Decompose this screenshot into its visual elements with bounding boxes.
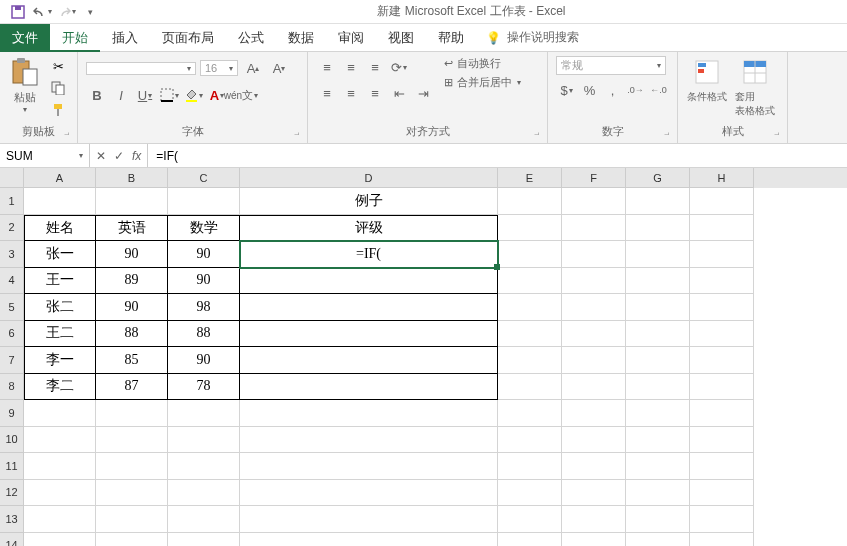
phonetic-button[interactable]: wén文▾: [230, 84, 252, 106]
enter-formula-button[interactable]: ✓: [114, 149, 124, 163]
cell-B10[interactable]: [96, 427, 168, 454]
shrink-font-button[interactable]: A▾: [268, 57, 290, 79]
qat-customize-icon[interactable]: ▾: [80, 2, 100, 22]
cell-B1[interactable]: [96, 188, 168, 215]
bold-button[interactable]: B: [86, 84, 108, 106]
cell-A10[interactable]: [24, 427, 96, 454]
italic-button[interactable]: I: [110, 84, 132, 106]
cell-G13[interactable]: [626, 506, 690, 533]
tell-me-search[interactable]: 💡 操作说明搜索: [476, 29, 589, 46]
row-header-10[interactable]: 10: [0, 427, 24, 454]
cell-B9[interactable]: [96, 400, 168, 427]
fx-button[interactable]: fx: [132, 149, 141, 163]
cell-F8[interactable]: [562, 374, 626, 401]
cell-D4[interactable]: [240, 268, 498, 295]
cell-F12[interactable]: [562, 480, 626, 507]
cell-C5[interactable]: 98: [168, 294, 240, 321]
name-box[interactable]: SUM▾: [0, 144, 90, 167]
cell-C2[interactable]: 数学: [168, 215, 240, 242]
col-header-G[interactable]: G: [626, 168, 690, 188]
cell-C11[interactable]: [168, 453, 240, 480]
cell-F7[interactable]: [562, 347, 626, 374]
save-icon[interactable]: [8, 2, 28, 22]
row-header-6[interactable]: 6: [0, 321, 24, 348]
number-format-combo[interactable]: 常规▾: [556, 56, 666, 75]
table-format-button[interactable]: 套用 表格格式: [734, 56, 776, 118]
orientation-button[interactable]: ⟳▾: [388, 56, 410, 78]
cell-H4[interactable]: [690, 268, 754, 295]
cell-F4[interactable]: [562, 268, 626, 295]
inc-decimal-button[interactable]: .0→: [625, 79, 646, 101]
cell-G9[interactable]: [626, 400, 690, 427]
cell-E9[interactable]: [498, 400, 562, 427]
indent-dec-button[interactable]: ⇤: [388, 82, 410, 104]
border-button[interactable]: ▾: [158, 84, 180, 106]
cell-D9[interactable]: [240, 400, 498, 427]
cancel-formula-button[interactable]: ✕: [96, 149, 106, 163]
col-header-H[interactable]: H: [690, 168, 754, 188]
cell-G14[interactable]: [626, 533, 690, 547]
cell-E2[interactable]: [498, 215, 562, 242]
row-header-5[interactable]: 5: [0, 294, 24, 321]
undo-icon[interactable]: ▾: [32, 2, 52, 22]
row-header-2[interactable]: 2: [0, 215, 24, 242]
formula-input[interactable]: =IF(: [148, 149, 186, 163]
cell-G4[interactable]: [626, 268, 690, 295]
cell-C13[interactable]: [168, 506, 240, 533]
tab-layout[interactable]: 页面布局: [150, 24, 226, 52]
cell-B12[interactable]: [96, 480, 168, 507]
cell-E8[interactable]: [498, 374, 562, 401]
cell-C4[interactable]: 90: [168, 268, 240, 295]
cell-H9[interactable]: [690, 400, 754, 427]
cell-F2[interactable]: [562, 215, 626, 242]
cell-H7[interactable]: [690, 347, 754, 374]
cell-C7[interactable]: 90: [168, 347, 240, 374]
tab-review[interactable]: 审阅: [326, 24, 376, 52]
cell-H14[interactable]: [690, 533, 754, 547]
align-top-button[interactable]: ≡: [316, 56, 338, 78]
format-painter-button[interactable]: [47, 100, 69, 120]
cell-E5[interactable]: [498, 294, 562, 321]
cell-B14[interactable]: [96, 533, 168, 547]
cell-F5[interactable]: [562, 294, 626, 321]
cell-A8[interactable]: 李二: [24, 374, 96, 401]
row-header-3[interactable]: 3: [0, 241, 24, 268]
row-header-13[interactable]: 13: [0, 506, 24, 533]
cell-H3[interactable]: [690, 241, 754, 268]
cell-G12[interactable]: [626, 480, 690, 507]
cell-F10[interactable]: [562, 427, 626, 454]
comma-button[interactable]: ,: [602, 79, 623, 101]
row-header-11[interactable]: 11: [0, 453, 24, 480]
copy-button[interactable]: [47, 78, 69, 98]
cell-H10[interactable]: [690, 427, 754, 454]
cell-C8[interactable]: 78: [168, 374, 240, 401]
tab-file[interactable]: 文件: [0, 24, 50, 52]
cell-G3[interactable]: [626, 241, 690, 268]
tab-view[interactable]: 视图: [376, 24, 426, 52]
accounting-format-button[interactable]: $▾: [556, 79, 577, 101]
cell-E10[interactable]: [498, 427, 562, 454]
cell-G6[interactable]: [626, 321, 690, 348]
cell-H8[interactable]: [690, 374, 754, 401]
align-middle-button[interactable]: ≡: [340, 56, 362, 78]
align-left-button[interactable]: ≡: [316, 82, 338, 104]
row-header-8[interactable]: 8: [0, 374, 24, 401]
col-header-E[interactable]: E: [498, 168, 562, 188]
cell-D2[interactable]: 评级: [240, 215, 498, 242]
cell-A9[interactable]: [24, 400, 96, 427]
dec-decimal-button[interactable]: ←.0: [648, 79, 669, 101]
cell-A12[interactable]: [24, 480, 96, 507]
cell-D11[interactable]: [240, 453, 498, 480]
indent-inc-button[interactable]: ⇥: [412, 82, 434, 104]
cell-B5[interactable]: 90: [96, 294, 168, 321]
row-header-14[interactable]: 14: [0, 533, 24, 547]
cell-A13[interactable]: [24, 506, 96, 533]
cell-H2[interactable]: [690, 215, 754, 242]
cell-A14[interactable]: [24, 533, 96, 547]
merge-center-button[interactable]: ⊞合并后居中▾: [444, 75, 521, 90]
cell-C3[interactable]: 90: [168, 241, 240, 268]
cell-C6[interactable]: 88: [168, 321, 240, 348]
col-header-B[interactable]: B: [96, 168, 168, 188]
cell-B8[interactable]: 87: [96, 374, 168, 401]
row-header-1[interactable]: 1: [0, 188, 24, 215]
